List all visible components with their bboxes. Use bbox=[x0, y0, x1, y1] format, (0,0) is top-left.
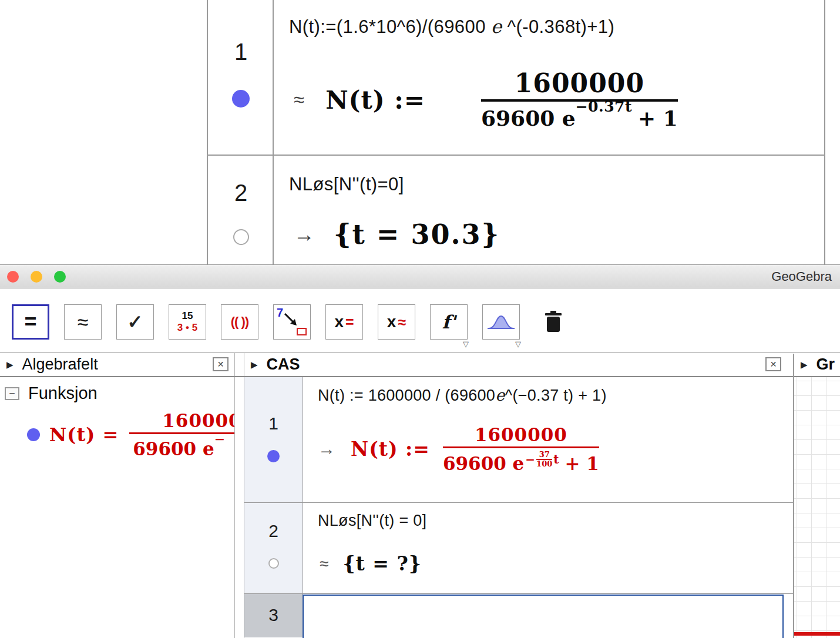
dropdown-arrow-icon[interactable]: ▽ bbox=[463, 340, 469, 348]
fraction-numerator: 1600000 bbox=[475, 424, 567, 445]
den-base: 69600 e bbox=[443, 453, 524, 474]
cas-preview-overlay: 1 2 N(t):=(1.6*10^6)/(69600 e ^(-0.368t)… bbox=[0, 0, 840, 264]
approx-sign: ≈ bbox=[320, 555, 328, 573]
result-arrow-icon: → bbox=[294, 222, 315, 247]
row-number: 1 bbox=[208, 39, 274, 65]
close-window-button[interactable] bbox=[7, 271, 19, 283]
probability-calculator-button[interactable]: ▽ bbox=[482, 304, 520, 340]
function-lhs: N(t) = bbox=[49, 424, 119, 446]
evaluate-button[interactable]: = bbox=[12, 304, 49, 340]
screen: 1 2 N(t):=(1.6*10^6)/(69600 e ^(-0.368t)… bbox=[0, 0, 840, 638]
geogebra-window: GeoGebra = ≈ ✓ 15 3 • 5 (( )) bbox=[0, 264, 840, 638]
input-text: ^(-0.368t)+1) bbox=[502, 16, 615, 37]
cas-input-text: NLøs[N''(t) = 0] bbox=[318, 512, 426, 530]
den-tail: + 1 bbox=[638, 106, 678, 130]
equals-icon: = bbox=[24, 310, 36, 334]
solve-equals-label: = bbox=[345, 314, 354, 331]
approx-icon: ≈ bbox=[78, 311, 89, 334]
cas-output: ≈ {t = ?} bbox=[320, 552, 422, 575]
substitute-button[interactable]: 7 bbox=[273, 304, 311, 340]
delete-button[interactable] bbox=[535, 304, 572, 340]
input-text: N(t):=(1.6*10^6)/(69600 bbox=[289, 16, 491, 37]
factor-button[interactable]: 15 3 • 5 bbox=[169, 304, 206, 340]
titlebar: GeoGebra bbox=[0, 265, 840, 288]
numeric-solve-button[interactable]: x≈ bbox=[378, 304, 415, 340]
euler-e: e bbox=[495, 386, 505, 404]
cas-row-number-cell[interactable]: 3 bbox=[244, 594, 303, 637]
expander-triangle-icon[interactable]: ▶ bbox=[6, 360, 14, 370]
row-number: 2 bbox=[244, 521, 303, 541]
graphics-view[interactable] bbox=[794, 377, 840, 638]
row-divider bbox=[208, 155, 824, 156]
cas-input-row2[interactable]: NLøs[N''(t)=0] bbox=[289, 174, 404, 195]
collapse-section-button[interactable]: − bbox=[5, 387, 19, 400]
solve-button[interactable]: x= bbox=[325, 304, 363, 340]
cas-preview-table: 1 2 N(t):=(1.6*10^6)/(69600 e ^(-0.368t)… bbox=[207, 0, 825, 264]
nsolve-x-label: x bbox=[387, 313, 397, 331]
exp-minus: − bbox=[525, 452, 535, 466]
result-text: {t = ?} bbox=[342, 552, 422, 575]
input-text: N(t) := 1600000 / (69600 bbox=[318, 387, 495, 404]
den-exponent: − bbox=[214, 431, 225, 446]
derivative-button[interactable]: f' ▽ bbox=[430, 304, 468, 340]
expander-triangle-icon[interactable]: ▶ bbox=[801, 360, 808, 370]
visibility-dot-filled-icon[interactable] bbox=[232, 90, 250, 108]
cas-row-number-cell[interactable]: 1 bbox=[244, 377, 303, 502]
cas-cell[interactable]: NLøs[N''(t) = 0] ≈ {t = ?} bbox=[303, 503, 793, 593]
den-exponent: −0.37t bbox=[576, 98, 632, 115]
dropdown-arrow-icon[interactable]: ▽ bbox=[515, 340, 521, 348]
cas-preview-number-column: 1 2 bbox=[208, 0, 274, 264]
cas-input-text: N(t) := 1600000 / (69600e^(−0.37 t) + 1) bbox=[318, 386, 607, 405]
nsolve-approx-label: ≈ bbox=[398, 314, 406, 331]
factor-bottom-label: 3 • 5 bbox=[177, 322, 197, 334]
cas-row-1: 1 N(t) := 1600000 / (69600e^(−0.37 t) + … bbox=[244, 377, 793, 503]
approximate-button[interactable]: ≈ bbox=[64, 304, 102, 340]
result-arrow-icon: → bbox=[318, 439, 335, 459]
panel-splitter[interactable] bbox=[793, 354, 794, 638]
expand-button[interactable]: (( )) bbox=[221, 304, 258, 340]
exponent-block: −37100t bbox=[525, 451, 559, 468]
exp-frac-denominator: 100 bbox=[536, 460, 552, 468]
cas-cell[interactable]: N(t) := 1600000 / (69600e^(−0.37 t) + 1)… bbox=[303, 377, 793, 502]
fraction-denominator: 69600 e−37100t+ 1 bbox=[443, 451, 599, 474]
algebra-panel: − Funksjon N(t) = 1600000 69600 e− bbox=[0, 377, 235, 638]
expander-triangle-icon[interactable]: ▶ bbox=[251, 360, 258, 370]
visibility-dot-filled-icon[interactable] bbox=[267, 450, 280, 462]
close-panel-icon[interactable]: ✕ bbox=[213, 357, 229, 371]
active-input-cell[interactable] bbox=[303, 595, 784, 638]
cas-panel-title: CAS bbox=[267, 355, 300, 374]
row-number: 3 bbox=[244, 605, 303, 625]
function-curve bbox=[794, 632, 840, 636]
visibility-dot-empty-icon[interactable] bbox=[268, 558, 279, 569]
exp-frac-numerator: 37 bbox=[539, 451, 550, 459]
visibility-dot-filled-icon[interactable] bbox=[27, 428, 40, 441]
algebra-panel-title: Algebrafelt bbox=[22, 355, 98, 374]
row-number: 2 bbox=[208, 180, 274, 206]
cas-output-row2[interactable]: → {t = 30.3} bbox=[294, 219, 500, 250]
substitute-target-square-icon bbox=[297, 328, 307, 335]
fraction-numerator: 1600000 bbox=[515, 69, 644, 98]
fraction: 1600000 69600 e− bbox=[129, 410, 235, 459]
cas-row-number-cell[interactable]: 2 bbox=[244, 503, 303, 593]
approx-sign: ≈ bbox=[294, 89, 304, 111]
arrow-down-right-icon bbox=[281, 310, 301, 330]
normal-curve-icon bbox=[487, 313, 515, 331]
fraction: 1600000 69600 e−37100t+ 1 bbox=[443, 424, 599, 474]
cas-input-row1[interactable]: N(t):=(1.6*10^6)/(69600 e ^(-0.368t)+1) bbox=[289, 16, 614, 38]
f-prime-label: f' bbox=[442, 311, 456, 333]
zoom-window-button[interactable] bbox=[54, 271, 66, 283]
trash-icon bbox=[543, 310, 564, 334]
close-panel-icon[interactable]: ✕ bbox=[765, 357, 781, 371]
keep-input-button[interactable]: ✓ bbox=[116, 304, 154, 340]
algebra-function-item[interactable]: N(t) = 1600000 69600 e− bbox=[27, 410, 235, 459]
cas-row-2: 2 NLøs[N''(t) = 0] ≈ {t = ?} bbox=[244, 503, 793, 594]
cas-output: → N(t) := 1600000 69600 e−37100t+ 1 bbox=[318, 424, 599, 474]
fraction-denominator: 69600 e−0.37t+ 1 bbox=[481, 105, 678, 130]
fraction: 1600000 69600 e−0.37t+ 1 bbox=[481, 69, 678, 130]
checkmark-icon: ✓ bbox=[127, 311, 143, 333]
window-title: GeoGebra bbox=[771, 269, 832, 284]
cas-output-row1[interactable]: ≈ N(t) := 1600000 69600 e−0.37t+ 1 bbox=[294, 69, 678, 130]
den-base: 69600 e bbox=[133, 438, 214, 459]
visibility-dot-empty-icon[interactable] bbox=[233, 229, 249, 245]
minimize-window-button[interactable] bbox=[31, 271, 42, 283]
